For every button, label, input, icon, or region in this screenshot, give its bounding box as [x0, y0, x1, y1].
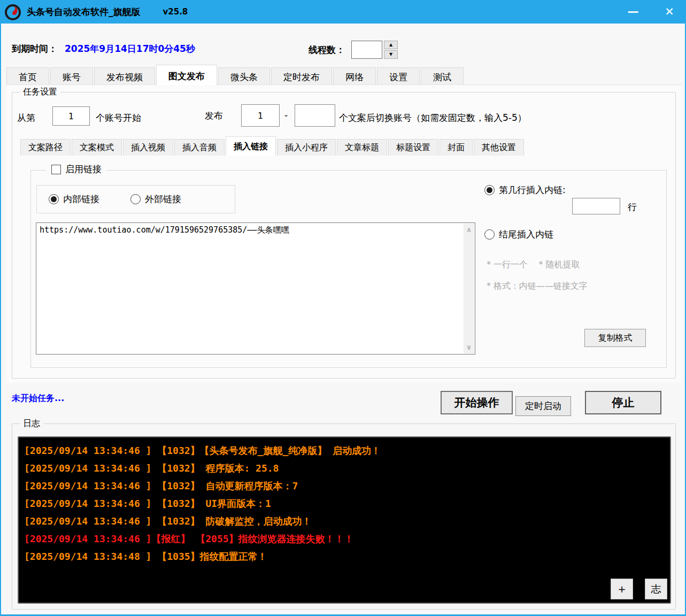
- subtab-article-title[interactable]: 文章标题: [337, 139, 387, 156]
- links-textarea[interactable]: https://www.toutiao.com/w/17915965297653…: [36, 222, 475, 355]
- window-version: v25.8: [163, 7, 188, 17]
- scroll-down-icon[interactable]: ∨: [464, 343, 474, 351]
- task-settings-title: 任务设置: [20, 87, 60, 98]
- radio-selected-icon: [484, 185, 495, 195]
- start-account-input[interactable]: [52, 106, 90, 126]
- subtab-copy-path[interactable]: 文案路径: [20, 139, 71, 156]
- log-line: [2025/09/14 13:34:46 ] 【1032】 自动更新程序版本：7: [19, 477, 670, 495]
- radio-unselected-icon: [484, 229, 495, 240]
- log-line: [2025/09/14 13:34:48 ] 【1035】指纹配置正常！: [19, 548, 670, 565]
- subtab-insert-miniprogram[interactable]: 插入小程序: [277, 139, 336, 156]
- from-label: 从第: [17, 112, 35, 124]
- radio-unselected-icon: [130, 194, 141, 204]
- subtab-insert-audio[interactable]: 插入音频: [174, 139, 225, 156]
- enable-link-label: 启用链接: [65, 163, 102, 175]
- note-one-per-line: * 一行一个 * 随机提取: [487, 259, 580, 271]
- log-line: [2025/09/14 13:34:46 ] 【1032】【头条号发布_旗舰_纯…: [19, 442, 670, 459]
- log-line-error: [2025/09/14 13:34:46 ]【报红】 【2055】指纹浏览器连接…: [19, 530, 670, 548]
- log-group-title: 日志: [20, 418, 43, 429]
- stop-button[interactable]: 停止: [585, 391, 661, 414]
- tab-scheduled-publish[interactable]: 定时发布: [271, 67, 332, 85]
- tab-test[interactable]: 测试: [421, 67, 464, 85]
- log-line: [2025/09/14 13:34:46 ] 【1032】 UI界面版本：1: [19, 495, 670, 512]
- internal-link-radio[interactable]: 内部链接: [49, 193, 99, 205]
- publish-label: 发布: [205, 110, 223, 122]
- publish-from-input[interactable]: [241, 104, 280, 127]
- log-line: [2025/09/14 13:34:46 ] 【1032】 程序版本: 25.8: [19, 459, 670, 477]
- threads-down-icon[interactable]: ▼: [384, 50, 398, 59]
- subtab-insert-link[interactable]: 插入链接: [226, 136, 276, 156]
- dash-label: -: [284, 110, 288, 120]
- font-increase-button[interactable]: +: [611, 579, 633, 599]
- window-title: 头条号自动发布软件_旗舰版: [27, 6, 141, 18]
- tab-home[interactable]: 首页: [6, 67, 49, 85]
- textarea-scrollbar[interactable]: ∧ ∨: [464, 224, 474, 353]
- links-textarea-content: https://www.toutiao.com/w/17915965297653…: [40, 225, 461, 235]
- scroll-up-icon[interactable]: ∧: [464, 226, 474, 234]
- copy-format-button[interactable]: 复制格式: [584, 329, 646, 347]
- publish-to-input[interactable]: [295, 104, 335, 127]
- tab-accounts[interactable]: 账号: [50, 67, 93, 85]
- log-console[interactable]: [2025/09/14 13:34:46 ] 【1032】【头条号发布_旗舰_纯…: [18, 436, 671, 604]
- enable-link-checkbox-row[interactable]: 启用链接: [46, 163, 107, 175]
- subtab-insert-video[interactable]: 插入视频: [123, 139, 173, 156]
- log-group: 日志 [2025/09/14 13:34:46 ] 【1032】【头条号发布_旗…: [12, 424, 676, 610]
- task-status-text: 未开始任务...: [12, 393, 64, 404]
- external-link-label: 外部链接: [145, 193, 181, 205]
- publish-suffix-label: 个文案后切换账号（如需发固定数，输入5-5）: [339, 112, 527, 124]
- titlebar: 头条号自动发布软件_旗舰版 v25.8 — ✕: [0, 0, 686, 24]
- app-logo-icon: [4, 3, 21, 20]
- line-insert-label: 第几行插入内链:: [499, 184, 566, 196]
- end-insert-radio[interactable]: 结尾插入内链: [484, 228, 553, 241]
- sub-tabstrip: 文案路径 文案模式 插入视频 插入音频 插入链接 插入小程序 文章标题 标题设置…: [20, 136, 525, 156]
- subtab-cover[interactable]: 封面: [440, 139, 473, 156]
- line-insert-radio[interactable]: 第几行插入内链:: [484, 184, 566, 196]
- external-link-radio[interactable]: 外部链接: [130, 193, 181, 205]
- minimize-button[interactable]: —: [624, 0, 642, 24]
- tab-network[interactable]: 网络: [333, 67, 376, 85]
- radio-selected-icon: [49, 194, 59, 204]
- app-window: 头条号自动发布软件_旗舰版 v25.8 — ✕ 到期时间：2025年9月14日1…: [0, 0, 686, 616]
- threads-label: 线程数：: [309, 44, 345, 56]
- tab-weitoutiao[interactable]: 微头条: [218, 67, 270, 85]
- timer-start-button[interactable]: 定时启动: [515, 396, 571, 416]
- main-tabstrip: 首页 账号 发布视频 图文发布 微头条 定时发布 网络 设置 测试: [6, 65, 465, 85]
- tab-settings[interactable]: 设置: [377, 67, 420, 85]
- expire-row: 到期时间：2025年9月14日17时0分45秒: [12, 43, 195, 55]
- start-operation-button[interactable]: 开始操作: [441, 391, 513, 414]
- from-suffix-label: 个账号开始: [96, 112, 141, 124]
- line-suffix-label: 行: [628, 201, 637, 213]
- line-number-input[interactable]: [572, 198, 620, 214]
- log-line: [2025/09/14 13:34:46 ] 【1032】 防破解监控，启动成功…: [19, 512, 670, 530]
- threads-input[interactable]: [351, 41, 382, 59]
- log-toggle-button[interactable]: 志: [645, 579, 667, 599]
- note-format: * 格式 : 内链——链接文字: [487, 281, 588, 292]
- subtab-other-settings[interactable]: 其他设置: [474, 139, 524, 156]
- insert-link-panel: 启用链接 内部链接 外部链接 https://www.toutiao.com/w…: [30, 170, 667, 368]
- enable-link-checkbox[interactable]: [51, 165, 61, 174]
- internal-link-label: 内部链接: [63, 193, 99, 205]
- tab-article-publish[interactable]: 图文发布: [156, 65, 217, 85]
- close-button[interactable]: ✕: [660, 0, 679, 24]
- threads-up-icon[interactable]: ▲: [384, 41, 398, 49]
- subtab-copy-mode[interactable]: 文案模式: [72, 139, 122, 156]
- threads-row: 线程数： ▲ ▼: [309, 41, 398, 59]
- expire-label: 到期时间：: [12, 43, 57, 54]
- link-type-panel: 内部链接 外部链接: [36, 185, 235, 213]
- tab-publish-video[interactable]: 发布视频: [94, 67, 155, 85]
- end-insert-label: 结尾插入内链: [499, 228, 553, 241]
- subtab-title-settings[interactable]: 标题设置: [388, 139, 438, 156]
- expire-value: 2025年9月14日17时0分45秒: [65, 43, 195, 54]
